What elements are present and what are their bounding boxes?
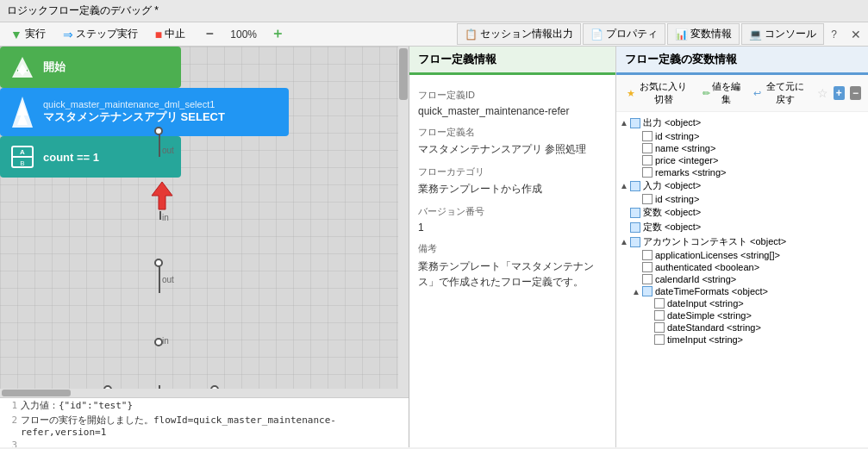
var-info-header: フロー定義の変数情報 bbox=[616, 47, 868, 75]
property-tab-button[interactable]: 📄 プロパティ bbox=[583, 23, 665, 45]
tree-label-10: applicationLicenses <string[]> bbox=[655, 250, 780, 260]
tree-label-2: name <string> bbox=[655, 143, 715, 153]
edit-value-button[interactable]: ✏ 値を編集 bbox=[699, 78, 745, 108]
session-icon: 📋 bbox=[465, 28, 478, 41]
execute-button[interactable]: ▼ 実行 bbox=[7, 25, 49, 43]
restore-icon: ↩ bbox=[753, 88, 761, 99]
tree-item-15[interactable]: dateSimple <string> bbox=[616, 309, 868, 321]
tree-icon-11 bbox=[642, 262, 653, 272]
toolbar-right: 📋 セッション情報出力 📄 プロパティ 📊 変数情報 💻 コンソール ? ✕ bbox=[457, 23, 861, 45]
close-button[interactable]: ✕ bbox=[851, 28, 861, 41]
tree-expand-5[interactable]: ▲ bbox=[620, 181, 630, 190]
canvas-scrollbar-thumb[interactable] bbox=[399, 48, 408, 100]
tree-item-5[interactable]: ▲入力 <object> bbox=[616, 178, 868, 193]
session-label: セッション情報出力 bbox=[480, 27, 573, 41]
tree-item-6[interactable]: id <string> bbox=[616, 193, 868, 205]
svg-text:B: B bbox=[20, 159, 24, 167]
property-icon: 📄 bbox=[590, 28, 603, 41]
help-button[interactable]: ? bbox=[826, 27, 842, 42]
tree-icon-9 bbox=[630, 237, 640, 247]
tree-label-5: 入力 <object> bbox=[643, 179, 701, 192]
tree-label-3: price <integer> bbox=[655, 155, 718, 165]
flow-info-title: フロー定義情報 bbox=[418, 53, 496, 65]
log-text-1: 入力値：{"id":"test"} bbox=[21, 399, 133, 412]
canvas-hscrollbar-thumb[interactable] bbox=[2, 390, 71, 396]
variable-tab-button[interactable]: 📊 変数情報 bbox=[667, 23, 740, 45]
tree-icon-8 bbox=[630, 222, 640, 233]
title-bar: ロジックフロー定義のデバッグ * bbox=[0, 0, 868, 22]
tree-expand-0[interactable]: ▲ bbox=[620, 118, 630, 128]
flow-info-header: フロー定義情報 bbox=[409, 47, 615, 75]
tree-item-8[interactable]: 定数 <object> bbox=[616, 220, 868, 234]
tree-icon-5 bbox=[630, 181, 640, 191]
step-button[interactable]: ⇒ ステップ実行 bbox=[59, 25, 141, 43]
start-node[interactable]: 開始 bbox=[0, 47, 181, 88]
tree-expand-9[interactable]: ▲ bbox=[620, 237, 630, 246]
tree-item-2[interactable]: name <string> bbox=[616, 142, 868, 154]
tree-icon-6 bbox=[642, 194, 653, 204]
tree-icon-13 bbox=[642, 286, 653, 296]
tree-item-13[interactable]: ▲dateTimeFormats <object> bbox=[616, 285, 868, 297]
zoom-value: 100% bbox=[230, 28, 257, 41]
log-line-2: 2 フローの実行を開始しました。flowId=quick_master_main… bbox=[0, 413, 409, 439]
console-label: コンソール bbox=[765, 27, 816, 41]
main-area: 開始 out in quic bbox=[0, 47, 868, 447]
tree-expand-13[interactable]: ▲ bbox=[632, 287, 642, 296]
add-var-button[interactable]: + bbox=[834, 86, 845, 100]
log-line-1: 1 入力値：{"id":"test"} bbox=[0, 398, 409, 413]
zoom-in-button[interactable]: ＋ bbox=[267, 23, 288, 45]
select-node[interactable]: quick_master_maintenance_dml_select1 マスタ… bbox=[0, 88, 289, 136]
stop-button[interactable]: ■ 中止 bbox=[152, 25, 189, 43]
stop-icon: ■ bbox=[155, 28, 162, 41]
tree-icon-3 bbox=[642, 155, 653, 165]
var-tree[interactable]: ▲出力 <object>id <string>name <string>pric… bbox=[616, 112, 868, 447]
tree-item-11[interactable]: authenticated <boolean> bbox=[616, 261, 868, 273]
condition-node[interactable]: A B count == 1 bbox=[0, 136, 181, 178]
tree-icon-7 bbox=[630, 208, 640, 218]
tree-label-14: dateInput <string> bbox=[667, 298, 744, 309]
tree-label-4: remarks <string> bbox=[655, 167, 727, 178]
select-node-icon bbox=[9, 98, 36, 126]
zoom-out-button[interactable]: － bbox=[199, 23, 220, 45]
step-icon: ⇒ bbox=[63, 28, 73, 41]
tree-icon-1 bbox=[642, 131, 653, 141]
dot-1 bbox=[154, 127, 163, 135]
variable-icon: 📊 bbox=[675, 28, 688, 41]
remarks-value: 業務テンプレート「マスタメンテナンス」で作成されたフロー定義です。 bbox=[418, 259, 607, 290]
favorite-toggle-button[interactable]: ★ お気に入り切替 bbox=[623, 78, 694, 108]
tree-icon-0 bbox=[630, 118, 640, 128]
tree-item-7[interactable]: 変数 <object> bbox=[616, 205, 868, 220]
window-title: ロジックフロー定義のデバッグ * bbox=[7, 3, 159, 18]
tree-item-16[interactable]: dateStandard <string> bbox=[616, 321, 868, 334]
flow-name-value: マスタメンテナンスアプリ 参照処理 bbox=[418, 140, 607, 159]
tree-item-4[interactable]: remarks <string> bbox=[616, 166, 868, 178]
tree-label-16: dateStandard <string> bbox=[667, 322, 761, 333]
flow-info-content: フロー定義ID quick_master_maintenance-refer フ… bbox=[409, 75, 615, 447]
tree-label-9: アカウントコンテキスト <object> bbox=[643, 235, 786, 248]
var-toolbar: ★ お気に入り切替 ✏ 値を編集 ↩ 全て元に戻す ☆ + − bbox=[616, 75, 868, 112]
session-tab-button[interactable]: 📋 セッション情報出力 bbox=[457, 23, 581, 45]
tree-label-1: id <string> bbox=[655, 131, 699, 141]
console-icon: 💻 bbox=[749, 28, 762, 41]
tree-item-14[interactable]: dateInput <string> bbox=[616, 297, 868, 309]
canvas-vertical-scrollbar[interactable] bbox=[398, 47, 409, 447]
tree-item-12[interactable]: calendarId <string> bbox=[616, 273, 868, 285]
canvas-horizontal-scrollbar[interactable] bbox=[0, 389, 398, 397]
start-node-icon bbox=[9, 53, 36, 81]
step-label: ステップ実行 bbox=[76, 27, 138, 41]
tree-item-3[interactable]: price <integer> bbox=[616, 154, 868, 166]
tree-item-1[interactable]: id <string> bbox=[616, 130, 868, 142]
console-tab-button[interactable]: 💻 コンソール bbox=[741, 23, 824, 45]
tree-item-10[interactable]: applicationLicenses <string[]> bbox=[616, 249, 868, 261]
restore-all-button[interactable]: ↩ 全て元に戻す bbox=[750, 78, 812, 108]
tree-item-0[interactable]: ▲出力 <object> bbox=[616, 115, 868, 130]
tree-icon-16 bbox=[654, 322, 665, 333]
stop-label: 中止 bbox=[165, 27, 185, 41]
tree-item-9[interactable]: ▲アカウントコンテキスト <object> bbox=[616, 234, 868, 249]
remove-var-button[interactable]: − bbox=[850, 86, 861, 100]
edit-icon: ✏ bbox=[703, 88, 710, 99]
select-node-text: quick_master_maintenance_dml_select1 マスタ… bbox=[43, 99, 225, 125]
toolbar: ▼ 実行 ⇒ ステップ実行 ■ 中止 － 100% ＋ 📋 セッション情報出力 … bbox=[0, 22, 868, 47]
flow-canvas[interactable]: 開始 out in quic bbox=[0, 47, 409, 447]
tree-item-17[interactable]: timeInput <string> bbox=[616, 334, 868, 346]
